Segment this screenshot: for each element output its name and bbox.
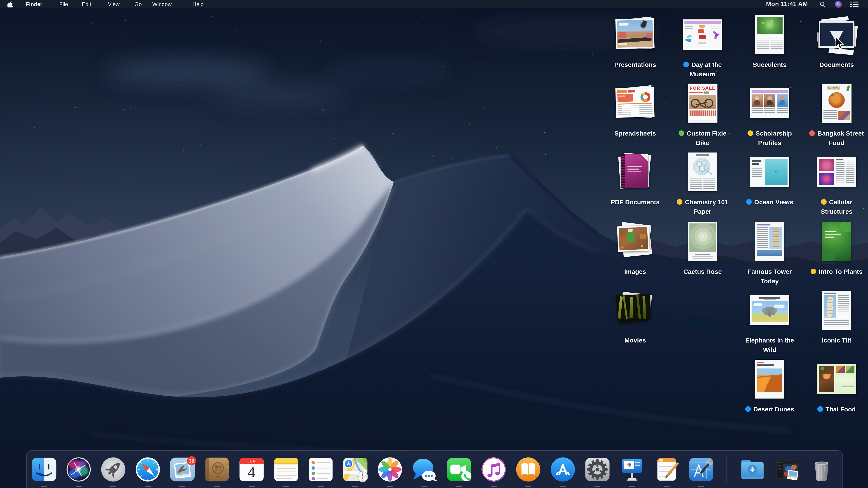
svg-text:4: 4 — [248, 464, 255, 480]
svg-text:JUN: JUN — [247, 459, 256, 463]
svg-text:30: 30 — [189, 458, 194, 464]
